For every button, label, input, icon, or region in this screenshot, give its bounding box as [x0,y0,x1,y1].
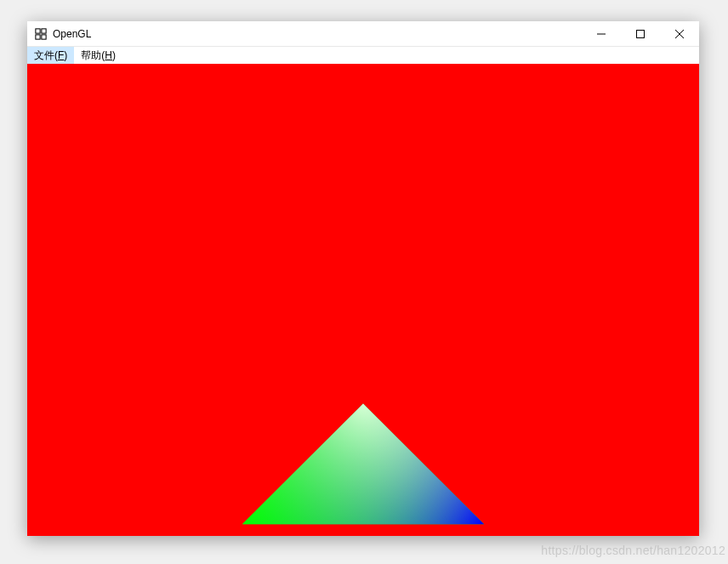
close-button[interactable] [660,21,699,46]
svg-rect-0 [36,28,40,32]
menu-file-mnemonic: F [58,49,64,61]
menu-file-suffix: ) [64,49,67,61]
menu-bar: 文件(F) 帮助(H) [27,47,699,64]
svg-rect-5 [637,30,645,37]
menu-file-prefix: 文件( [34,48,58,63]
title-bar: OpenGL [27,21,699,47]
maximize-button[interactable] [621,21,660,46]
svg-rect-2 [36,34,40,38]
window-title: OpenGL [53,28,91,40]
title-left: OpenGL [34,27,91,41]
minimize-button[interactable] [582,21,621,46]
window-container: OpenGL 文件(F) 帮助(H) [27,21,699,536]
menu-help[interactable]: 帮助(H) [74,47,122,64]
watermark: https://blog.csdn.net/han1202012 [541,544,725,557]
menu-file[interactable]: 文件(F) [27,47,74,64]
app-icon [34,27,48,41]
opengl-canvas [27,64,699,536]
svg-rect-1 [42,28,46,32]
triangle-render [27,64,699,536]
menu-help-mnemonic: H [105,49,112,61]
menu-help-prefix: 帮助( [81,48,105,63]
menu-help-suffix: ) [112,49,116,61]
svg-rect-3 [42,34,46,38]
window-controls [582,21,699,46]
